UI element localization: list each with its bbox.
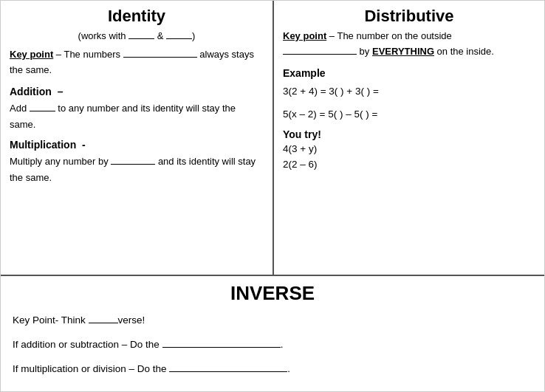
addition-content: Add to any number and its identity will … — [10, 100, 264, 133]
inverse-line-2: If multiplication or division – Do the . — [13, 361, 532, 378]
distributive-panel: Distributive Key point – The number on t… — [274, 1, 544, 275]
identity-title: Identity — [10, 7, 264, 26]
distributive-key-point: Key point – The number on the outside by… — [283, 29, 535, 60]
identity-key-point: Key point – The numbers always stays the… — [10, 47, 264, 78]
you-try-label: You try! — [283, 128, 535, 140]
inverse-line-1: If addition or subtraction – Do the . — [13, 337, 532, 354]
math-line-2: 5(x – 2) = 5( ) – 5( ) = — [283, 106, 535, 123]
addition-title: Addition – — [10, 86, 264, 97]
multiplication-title: Multiplication - — [10, 139, 264, 151]
inverse-panel: INVERSE Key Point- Think verse! If addit… — [1, 276, 544, 391]
try-line-1: 4(3 + y) — [283, 143, 535, 154]
inverse-title: INVERSE — [13, 282, 532, 305]
identity-panel: Identity (works with & ) Key point – The… — [1, 1, 274, 275]
multiplication-content: Multiply any number by and its identity … — [10, 154, 264, 186]
math-line-1: 3(2 + 4) = 3( ) + 3( ) = — [283, 83, 535, 100]
distributive-title: Distributive — [283, 7, 535, 26]
inverse-key-point: Key Point- Think verse! — [13, 312, 532, 329]
try-line-2: 2(2 – 6) — [283, 159, 535, 170]
example-title: Example — [283, 67, 535, 79]
identity-subtitle: (works with & ) — [10, 29, 264, 41]
